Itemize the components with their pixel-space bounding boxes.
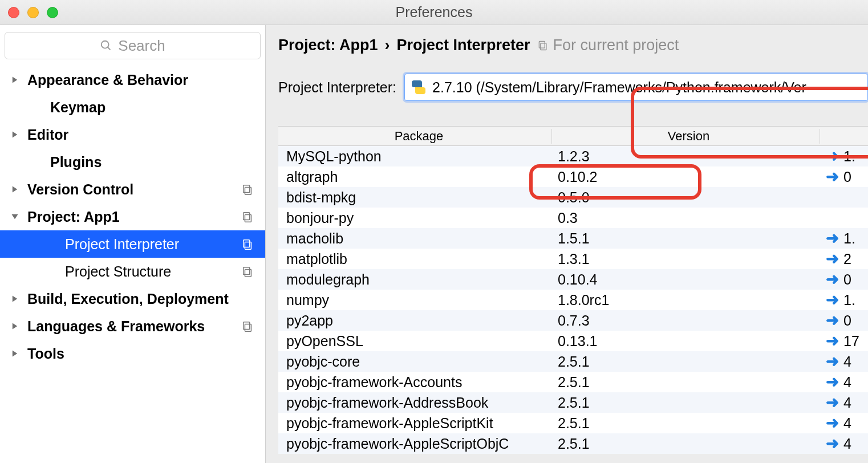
sidebar-item-label: Project Interpreter — [65, 236, 179, 253]
main-panel: Project: App1 › Project Interpreter For … — [266, 25, 868, 463]
svg-rect-16 — [245, 324, 251, 331]
table-row[interactable]: modulegraph0.10.4➜0 — [278, 269, 868, 290]
svg-rect-19 — [540, 43, 546, 50]
chevron-right-icon[interactable] — [10, 130, 19, 139]
table-row[interactable]: matplotlib1.3.1➜2 — [278, 249, 868, 269]
sidebar-item-label: Project: App1 — [27, 209, 120, 225]
package-latest: ➜1. — [820, 148, 868, 165]
package-name: pyOpenSSL — [278, 333, 552, 350]
package-latest: ➜4 — [820, 436, 868, 452]
package-latest: ➜4 — [820, 374, 868, 391]
package-latest: ➜1. — [820, 292, 868, 308]
package-version: 1.2.3 — [552, 148, 820, 165]
chevron-right-icon[interactable] — [10, 349, 19, 358]
svg-marker-7 — [11, 214, 18, 219]
svg-rect-6 — [244, 185, 250, 193]
copy-icon — [241, 320, 254, 332]
col-package-header[interactable]: Package — [278, 129, 552, 144]
svg-rect-12 — [245, 269, 251, 277]
search-input[interactable]: Search — [5, 32, 261, 59]
package-version: 0.13.1 — [552, 333, 820, 350]
update-arrow-icon: ➜ — [826, 292, 839, 308]
sidebar-item-keymap[interactable]: Keymap — [0, 94, 265, 121]
table-row[interactable]: numpy1.8.0rc1➜1. — [278, 290, 868, 310]
svg-rect-13 — [244, 267, 250, 275]
interpreter-select[interactable]: 2.7.10 (/System/Library/Frameworks/Pytho… — [404, 74, 868, 101]
search-placeholder: Search — [118, 37, 165, 55]
package-version: 1.3.1 — [552, 251, 820, 267]
package-name: pyobjc-framework-AddressBook — [278, 395, 552, 411]
chevron-right-icon[interactable] — [10, 294, 19, 303]
package-name: pyobjc-core — [278, 354, 552, 370]
search-icon — [100, 39, 112, 52]
table-row[interactable]: pyobjc-core2.5.1➜4 — [278, 351, 868, 372]
sidebar-item-tools[interactable]: Tools — [0, 340, 265, 367]
sidebar-item-appearance-behavior[interactable]: Appearance & Behavior — [0, 66, 265, 94]
package-version: 2.5.1 — [552, 395, 820, 411]
copy-icon — [241, 265, 254, 278]
table-row[interactable]: MySQL-python1.2.3➜1. — [278, 146, 868, 166]
update-arrow-icon: ➜ — [826, 169, 839, 185]
package-name: pyobjc-framework-AppleScriptKit — [278, 415, 552, 432]
package-version: 2.5.1 — [552, 354, 820, 370]
copy-icon — [537, 40, 549, 51]
package-version: 0.10.4 — [552, 271, 820, 288]
svg-marker-3 — [13, 131, 17, 137]
breadcrumb-root[interactable]: Project: App1 — [278, 36, 378, 54]
package-latest: ➜4 — [820, 354, 868, 370]
sidebar-item-project-structure[interactable]: Project Structure — [0, 258, 265, 285]
table-row[interactable]: pyobjc-framework-Accounts2.5.1➜4 — [278, 372, 868, 392]
sidebar-item-label: Languages & Frameworks — [27, 318, 205, 335]
table-row[interactable]: pyobjc-framework-AppleScriptObjC2.5.1➜4 — [278, 433, 868, 454]
interpreter-value: 2.7.10 (/System/Library/Frameworks/Pytho… — [432, 79, 806, 96]
svg-point-0 — [102, 41, 109, 48]
table-row[interactable]: py2app0.7.3➜0 — [278, 310, 868, 331]
table-row[interactable]: pyOpenSSL0.13.1➜17 — [278, 331, 868, 351]
update-arrow-icon: ➜ — [826, 395, 839, 411]
update-arrow-icon: ➜ — [826, 374, 839, 390]
breadcrumb-scope: For current project — [537, 36, 679, 54]
package-name: MySQL-python — [278, 148, 552, 165]
table-row[interactable]: pyobjc-framework-AddressBook2.5.1➜4 — [278, 392, 868, 413]
copy-icon — [241, 210, 254, 223]
package-version: 2.5.1 — [552, 415, 820, 432]
package-version: 1.5.1 — [552, 230, 820, 247]
svg-rect-9 — [244, 213, 250, 220]
package-latest: ➜4 — [820, 415, 868, 432]
chevron-right-icon[interactable] — [10, 185, 19, 194]
package-name: macholib — [278, 230, 552, 247]
col-version-header[interactable]: Version — [552, 129, 820, 144]
table-row[interactable]: bonjour-py0.3 — [278, 208, 868, 228]
sidebar-item-label: Tools — [27, 346, 64, 362]
python-icon — [411, 79, 427, 95]
chevron-right-icon[interactable] — [10, 322, 19, 331]
sidebar-item-languages-frameworks[interactable]: Languages & Frameworks — [0, 312, 265, 340]
update-arrow-icon: ➜ — [826, 251, 839, 267]
packages-table: Package Version MySQL-python1.2.3➜1.altg… — [278, 126, 868, 454]
sidebar-item-label: Editor — [27, 127, 68, 143]
svg-marker-2 — [13, 76, 17, 83]
svg-marker-18 — [13, 350, 17, 356]
package-latest: ➜0 — [820, 312, 868, 329]
package-version: 2.5.1 — [552, 374, 820, 391]
package-name: pyobjc-framework-AppleScriptObjC — [278, 436, 552, 452]
sidebar-item-label: Appearance & Behavior — [27, 72, 188, 88]
sidebar-item-plugins[interactable]: Plugins — [0, 148, 265, 176]
package-name: py2app — [278, 312, 552, 329]
table-row[interactable]: altgraph0.10.2➜0 — [278, 166, 868, 187]
table-row[interactable]: macholib1.5.1➜1. — [278, 228, 868, 249]
table-row[interactable]: pyobjc-framework-AppleScriptKit2.5.1➜4 — [278, 413, 868, 433]
update-arrow-icon: ➜ — [826, 312, 839, 328]
sidebar-item-editor[interactable]: Editor — [0, 121, 265, 148]
sidebar-item-project-interpreter[interactable]: Project Interpreter — [0, 230, 265, 258]
chevron-right-icon[interactable] — [10, 75, 19, 84]
sidebar-item-project-app1[interactable]: Project: App1 — [0, 203, 265, 230]
chevron-down-icon[interactable] — [10, 212, 19, 221]
table-row[interactable]: bdist-mpkg0.5.0 — [278, 187, 868, 208]
package-version: 0.5.0 — [552, 189, 820, 206]
sidebar-item-build-execution-deployment[interactable]: Build, Execution, Deployment — [0, 285, 265, 312]
sidebar-item-version-control[interactable]: Version Control — [0, 176, 265, 203]
package-name: bonjour-py — [278, 210, 552, 226]
package-latest: ➜0 — [820, 169, 868, 185]
update-arrow-icon: ➜ — [826, 354, 839, 369]
